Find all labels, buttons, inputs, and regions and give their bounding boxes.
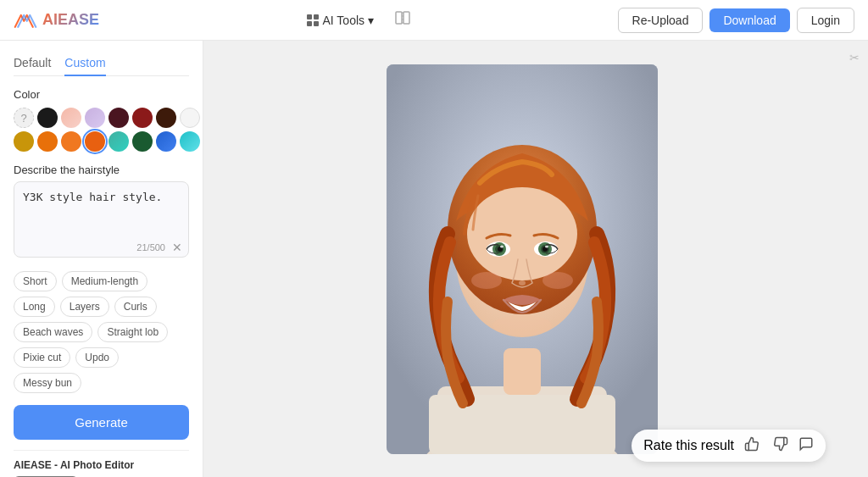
scissors-icon[interactable]: ✂ bbox=[849, 51, 860, 64]
style-tag-straight-lob[interactable]: Straight lob bbox=[97, 322, 168, 342]
ai-tools-button[interactable]: AI Tools ▾ bbox=[306, 14, 375, 27]
portrait-container bbox=[387, 64, 658, 454]
header-actions: Re-Upload Download Login bbox=[618, 8, 854, 33]
thumbs-down-button[interactable] bbox=[770, 435, 792, 457]
chevron-down-icon: ▾ bbox=[368, 14, 374, 27]
split-view-icon bbox=[394, 9, 411, 26]
color-swatch-black[interactable] bbox=[37, 108, 58, 128]
color-swatch-empty[interactable] bbox=[180, 108, 200, 128]
textarea-wrap: 21/500 ✕ bbox=[14, 181, 189, 261]
comment-icon bbox=[798, 436, 814, 452]
svg-point-30 bbox=[519, 280, 526, 286]
color-label: Color bbox=[14, 88, 189, 101]
svg-point-33 bbox=[492, 315, 552, 336]
tab-default[interactable]: Default bbox=[14, 51, 51, 76]
download-button[interactable]: Download bbox=[709, 8, 789, 32]
svg-point-19 bbox=[467, 187, 577, 280]
logo: AIEASE bbox=[14, 11, 99, 29]
header: AIEASE AI Tools ▾ Re-Upload Download Log… bbox=[0, 0, 868, 41]
describe-label: Describe the hairstyle bbox=[14, 164, 189, 176]
app-promo: AIEASE - AI Photo Editor  Download on t… bbox=[14, 450, 189, 477]
color-swatch-brown-dark[interactable] bbox=[156, 108, 176, 128]
svg-rect-2 bbox=[307, 21, 312, 26]
style-tag-messy-bun[interactable]: Messy bun bbox=[14, 373, 81, 393]
content-area: Rate this result bbox=[203, 41, 841, 477]
svg-point-29 bbox=[545, 245, 548, 247]
svg-rect-16 bbox=[504, 348, 541, 395]
svg-rect-0 bbox=[307, 14, 312, 19]
right-panel: ✂ bbox=[841, 41, 868, 477]
portrait-image bbox=[387, 64, 658, 454]
rate-label: Rate this result bbox=[643, 438, 734, 453]
main-layout: Default Custom Color ? Describe the hair… bbox=[0, 41, 868, 477]
color-swatch-question[interactable]: ? bbox=[14, 108, 34, 128]
color-palette: ? bbox=[14, 108, 189, 152]
rate-bar: Rate this result bbox=[632, 430, 826, 462]
thumbs-up-button[interactable] bbox=[741, 435, 763, 457]
svg-rect-3 bbox=[314, 21, 319, 26]
style-tag-short[interactable]: Short bbox=[14, 271, 57, 291]
textarea-footer: 21/500 ✕ bbox=[136, 241, 182, 254]
style-tags: ShortMedium-lengthLongLayersCurlsBeach w… bbox=[14, 271, 189, 393]
color-swatch-orange[interactable] bbox=[37, 131, 58, 152]
thumbs-up-icon bbox=[744, 436, 760, 452]
style-tag-pixie-cut[interactable]: Pixie cut bbox=[14, 347, 70, 368]
reupload-button[interactable]: Re-Upload bbox=[618, 8, 704, 33]
color-swatch-orange-bright[interactable] bbox=[61, 131, 81, 152]
svg-rect-5 bbox=[403, 12, 409, 24]
style-tag-layers[interactable]: Layers bbox=[60, 297, 109, 317]
tabs: Default Custom bbox=[14, 51, 189, 76]
style-tag-long[interactable]: Long bbox=[14, 297, 55, 317]
logo-text: AIEASE bbox=[42, 11, 99, 29]
color-swatch-lavender[interactable] bbox=[85, 108, 105, 128]
svg-point-31 bbox=[471, 272, 502, 289]
color-swatch-red-dark[interactable] bbox=[132, 108, 153, 128]
style-tag-beach-waves[interactable]: Beach waves bbox=[14, 322, 92, 342]
ai-tools-label: AI Tools bbox=[323, 14, 365, 27]
login-button[interactable]: Login bbox=[797, 8, 854, 33]
generate-button[interactable]: Generate bbox=[14, 405, 189, 440]
clear-textarea-button[interactable]: ✕ bbox=[172, 241, 182, 254]
color-swatch-teal-light[interactable] bbox=[180, 131, 200, 152]
sidebar: Default Custom Color ? Describe the hair… bbox=[0, 41, 203, 477]
logo-icon bbox=[14, 12, 37, 29]
comment-button[interactable] bbox=[798, 436, 814, 455]
color-swatch-teal[interactable] bbox=[108, 131, 129, 152]
color-swatch-gold[interactable] bbox=[14, 131, 34, 152]
color-swatch-green-dark[interactable] bbox=[132, 131, 153, 152]
header-center: AI Tools ▾ bbox=[306, 9, 412, 31]
color-swatch-pink-light[interactable] bbox=[61, 108, 81, 128]
svg-rect-4 bbox=[396, 12, 402, 24]
tab-custom[interactable]: Custom bbox=[64, 51, 105, 76]
char-count: 21/500 bbox=[136, 242, 165, 252]
svg-point-24 bbox=[500, 245, 504, 247]
ai-tools-icon bbox=[306, 14, 320, 27]
style-tag-medium-length[interactable]: Medium-length bbox=[62, 271, 147, 291]
color-swatch-burgundy[interactable] bbox=[108, 108, 129, 128]
style-tag-curls[interactable]: Curls bbox=[114, 297, 157, 317]
style-tag-updo[interactable]: Updo bbox=[75, 347, 119, 368]
color-swatch-blue[interactable] bbox=[156, 131, 176, 152]
thumbs-down-icon bbox=[773, 436, 788, 452]
app-promo-title: AIEASE - AI Photo Editor bbox=[14, 459, 189, 471]
svg-rect-15 bbox=[429, 395, 615, 454]
svg-rect-1 bbox=[314, 14, 319, 19]
compare-icon[interactable] bbox=[394, 9, 411, 31]
svg-point-32 bbox=[542, 272, 573, 289]
color-swatch-orange-selected[interactable] bbox=[85, 131, 105, 152]
